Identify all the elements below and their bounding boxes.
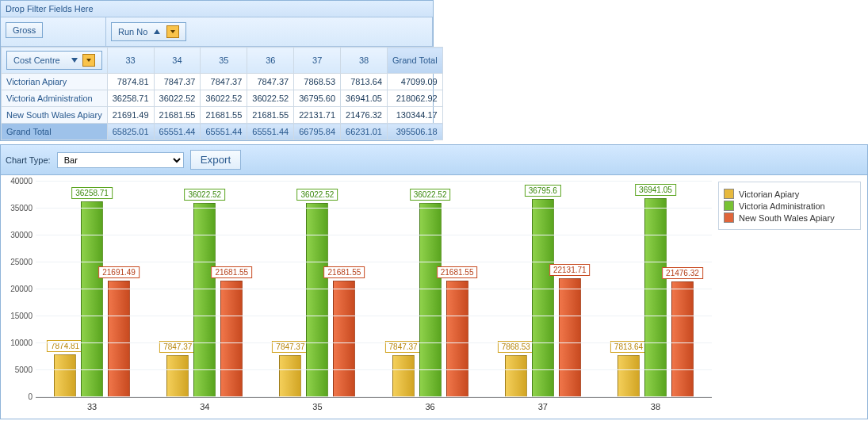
row-field-costcentre[interactable]: Cost Centre [6, 51, 102, 70]
bar-group: 7847.3736022.5221681.5536 [374, 182, 487, 397]
sort-asc-icon [154, 29, 160, 34]
bar[interactable]: 21681.55 [333, 281, 355, 397]
row-header[interactable]: Victorian Apiary [2, 74, 108, 90]
legend-swatch [724, 201, 734, 211]
data-label: 36022.52 [184, 189, 225, 201]
table-row: New South Wales Apiary21691.4921681.5521… [2, 107, 443, 124]
bar[interactable]: 22131.71 [559, 278, 581, 397]
grand-total-row: Grand Total65825.0165551.4465551.4465551… [2, 124, 443, 140]
cell: 36022.52 [201, 90, 247, 107]
cell: 7874.81 [107, 74, 154, 90]
x-tick-label: 37 [487, 402, 599, 411]
bar-group: 7847.3736022.5221681.5534 [148, 182, 261, 397]
y-tick-label: 35000 [2, 204, 33, 212]
bar[interactable]: 21681.55 [446, 281, 468, 397]
chart-plot-area: 7874.8136258.7121691.49337847.3736022.52… [36, 182, 712, 398]
x-tick-label: 38 [599, 402, 712, 411]
bar[interactable]: 36941.05 [644, 198, 667, 397]
data-label: 36022.52 [410, 189, 451, 201]
column-field-label: Run No [118, 27, 147, 36]
col-total: 66795.84 [294, 124, 341, 140]
chart-type-select[interactable]: Bar [57, 152, 184, 168]
bar[interactable]: 36795.6 [532, 199, 554, 397]
row-total: 218062.92 [388, 90, 443, 107]
bar[interactable]: 7847.37 [392, 355, 415, 397]
bar[interactable]: 7868.53 [505, 355, 527, 398]
cell: 7847.37 [201, 74, 247, 90]
row-field-label: Cost Centre [13, 55, 60, 65]
chart-panel: 7874.8136258.7121691.49337847.3736022.52… [0, 175, 868, 419]
col-total: 65551.44 [247, 124, 294, 140]
legend-swatch [724, 189, 734, 199]
cell: 21681.55 [201, 107, 247, 124]
cell: 21681.55 [154, 107, 201, 124]
bar[interactable]: 7847.37 [279, 355, 301, 397]
data-label: 21681.55 [211, 266, 252, 278]
cell: 7847.37 [154, 74, 201, 90]
dropdown-icon[interactable] [82, 54, 95, 67]
y-gridline: 30000 [36, 235, 712, 235]
y-tick-label: 20000 [2, 285, 33, 293]
col-total: 65551.44 [154, 124, 201, 140]
export-button[interactable]: Export [190, 150, 242, 170]
x-tick-label: 36 [374, 402, 487, 411]
col-header[interactable]: 36 [247, 48, 294, 74]
table-row: Victoria Administration36258.7136022.523… [2, 90, 443, 107]
bar[interactable]: 21691.49 [108, 281, 130, 398]
bar[interactable]: 21476.32 [671, 281, 694, 397]
x-tick-label: 34 [148, 402, 261, 411]
data-label: 36258.71 [71, 187, 113, 199]
data-label: 21681.55 [324, 266, 365, 278]
y-gridline: 10000 [36, 342, 712, 343]
pivot-table: Cost Centre 33 34 35 36 37 38 Grand Tota… [1, 47, 443, 140]
bar[interactable]: 36022.52 [419, 203, 442, 397]
data-field-gross[interactable]: Gross [6, 22, 43, 38]
cell: 36022.52 [154, 90, 201, 107]
col-total: 66231.01 [341, 124, 388, 140]
y-gridline: 35000 [36, 208, 712, 209]
bar[interactable]: 7874.81 [54, 354, 76, 397]
pivot-grid: Drop Filter Fields Here Gross Run No Cos… [0, 0, 434, 141]
cell: 7813.64 [341, 74, 388, 90]
y-gridline: 20000 [36, 289, 712, 289]
filter-drop-area[interactable]: Drop Filter Fields Here [1, 1, 433, 17]
bar[interactable]: 7813.64 [618, 355, 640, 397]
data-label: 22131.71 [549, 264, 591, 276]
row-header[interactable]: New South Wales Apiary [2, 107, 108, 124]
column-field-runno[interactable]: Run No [111, 22, 186, 41]
legend-item: Victoria Administration [724, 201, 855, 211]
cell: 36941.05 [341, 90, 388, 107]
col-header[interactable]: 38 [341, 48, 388, 74]
data-label: 36795.6 [525, 185, 561, 197]
data-field-label: Gross [13, 25, 36, 35]
y-tick-label: 40000 [2, 177, 33, 186]
bar[interactable]: 36258.71 [81, 201, 103, 397]
col-header[interactable]: 33 [107, 48, 154, 74]
bar[interactable]: 36022.52 [306, 203, 328, 397]
cell: 21691.49 [107, 107, 154, 124]
col-header[interactable]: 37 [294, 48, 341, 74]
y-tick-label: 30000 [2, 231, 33, 239]
cell: 21681.55 [247, 107, 294, 124]
col-header[interactable]: 34 [154, 48, 201, 74]
cell: 21476.32 [341, 107, 388, 124]
row-header[interactable]: Victoria Administration [2, 90, 108, 107]
y-gridline: 15000 [36, 316, 712, 316]
bar[interactable]: 36022.52 [193, 203, 216, 397]
bar[interactable]: 21681.55 [220, 281, 243, 397]
grand-total: 395506.18 [388, 124, 443, 140]
col-header[interactable]: 35 [201, 48, 247, 74]
bar[interactable]: 7847.37 [166, 355, 189, 397]
grand-total-col[interactable]: Grand Total [388, 48, 443, 74]
y-tick-label: 0 [2, 392, 33, 401]
legend-item: New South Wales Apiary [724, 212, 855, 223]
dropdown-icon[interactable] [166, 25, 179, 38]
bar-group: 7847.3736022.5221681.5535 [261, 182, 373, 397]
bar-group: 7813.6436941.0521476.3238 [599, 182, 712, 397]
table-row: Victorian Apiary7874.817847.377847.37784… [2, 74, 443, 90]
cell: 36795.60 [294, 90, 341, 107]
y-gridline: 5000 [36, 369, 712, 370]
row-total: 47099.09 [388, 74, 443, 90]
row-total: 130344.17 [388, 107, 443, 124]
y-tick-label: 25000 [2, 258, 33, 266]
